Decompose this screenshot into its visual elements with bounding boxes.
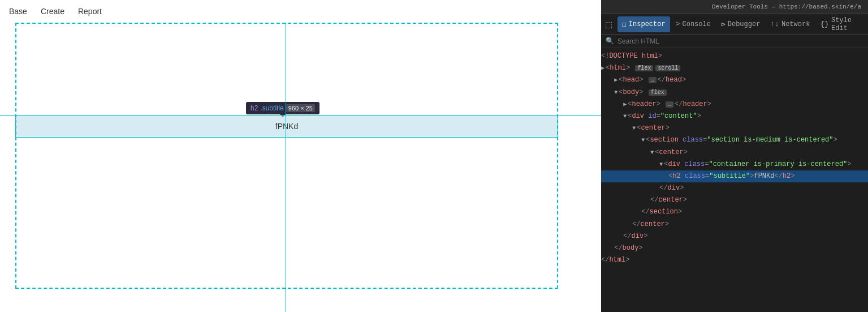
tree-body[interactable]: ▼<body> flex	[601, 87, 868, 99]
inspector-icon: ☐	[622, 20, 627, 29]
tree-head[interactable]: ▶<head> …</head>	[601, 74, 868, 86]
debugger-icon: ⊳	[721, 20, 726, 29]
search-icon: 🔍	[606, 37, 614, 45]
tooltip-tag: h2	[251, 104, 258, 112]
nav-item-base[interactable]: Base	[9, 7, 27, 16]
preview-content: h2.subtitle 960 × 25 fPNKd	[0, 23, 601, 312]
tree-doctype[interactable]: <!DOCTYPE html>	[601, 50, 868, 62]
devtools-panel: Developer Tools — https://based.skin/e/a…	[601, 0, 868, 312]
network-icon: ↑↓	[770, 20, 779, 28]
tree-h2-subtitle[interactable]: <h2 class="subtitle">fPNKd</h2>	[601, 170, 868, 182]
tab-console-label: Console	[682, 20, 710, 28]
tab-style-edit[interactable]: {} Style Edit	[815, 16, 866, 32]
tree-center-2[interactable]: ▼<center>	[601, 147, 868, 159]
tree-center-1[interactable]: ▼<center>	[601, 122, 868, 134]
html-tree: <!DOCTYPE html> ▶<html> flexscroll ▶<hea…	[601, 48, 868, 312]
tab-console[interactable]: > Console	[671, 16, 715, 32]
tab-inspector[interactable]: ☐ Inspector	[617, 16, 670, 32]
nav-item-create[interactable]: Create	[41, 7, 64, 16]
devtools-titlebar: Developer Tools — https://based.skin/e/a	[601, 0, 868, 14]
tab-network[interactable]: ↑↓ Network	[766, 16, 814, 32]
tree-header[interactable]: ▶<header> …</header>	[601, 99, 868, 110]
tree-div-container[interactable]: ▼<div class="container is-primary is-cen…	[601, 159, 868, 170]
tab-style-edit-label: Style Edit	[831, 16, 861, 32]
crosshair-vertical	[286, 23, 286, 312]
nav-item-report[interactable]: Report	[78, 7, 102, 16]
element-tooltip: h2.subtitle 960 × 25	[246, 102, 319, 114]
tree-close-center-2[interactable]: </center>	[601, 194, 868, 206]
tree-div-content[interactable]: ▼<div id="content">	[601, 110, 868, 122]
search-input[interactable]	[617, 37, 863, 45]
tree-close-section[interactable]: </section>	[601, 206, 868, 218]
tree-close-html[interactable]: </html>	[601, 254, 868, 266]
devtools-title: Developer Tools — https://based.skin/e/a	[712, 3, 861, 10]
tooltip-dims: 960 × 25	[286, 104, 315, 112]
tree-html[interactable]: ▶<html> flexscroll	[601, 62, 868, 74]
tab-debugger[interactable]: ⊳ Debugger	[716, 16, 765, 32]
tree-close-center-1[interactable]: </center>	[601, 219, 868, 230]
tab-network-label: Network	[781, 20, 810, 28]
tooltip-class: .subtitle	[260, 104, 283, 112]
pick-element-button[interactable]: ⬚	[603, 18, 614, 31]
tree-close-div-content[interactable]: </div>	[601, 230, 868, 242]
tree-close-div-container[interactable]: </div>	[601, 182, 868, 194]
preview-nav: Base Create Report	[0, 0, 601, 23]
devtools-tabs: ⬚ ☐ Inspector > Console ⊳ Debugger ↑↓ Ne…	[601, 14, 868, 35]
style-edit-icon: {}	[820, 20, 829, 28]
preview-panel: Base Create Report h2.subtitle 960 × 25 …	[0, 0, 601, 312]
devtools-search: 🔍	[601, 35, 868, 48]
tree-close-body[interactable]: </body>	[601, 242, 868, 254]
highlighted-text: fPNKd	[275, 122, 298, 131]
tree-section[interactable]: ▼<section class="section is-medium is-ce…	[601, 134, 868, 146]
tab-inspector-label: Inspector	[629, 20, 666, 28]
tab-debugger-label: Debugger	[728, 20, 761, 28]
console-icon: >	[676, 20, 680, 28]
highlighted-element: fPNKd	[15, 115, 558, 138]
dashed-overlay	[15, 23, 558, 289]
